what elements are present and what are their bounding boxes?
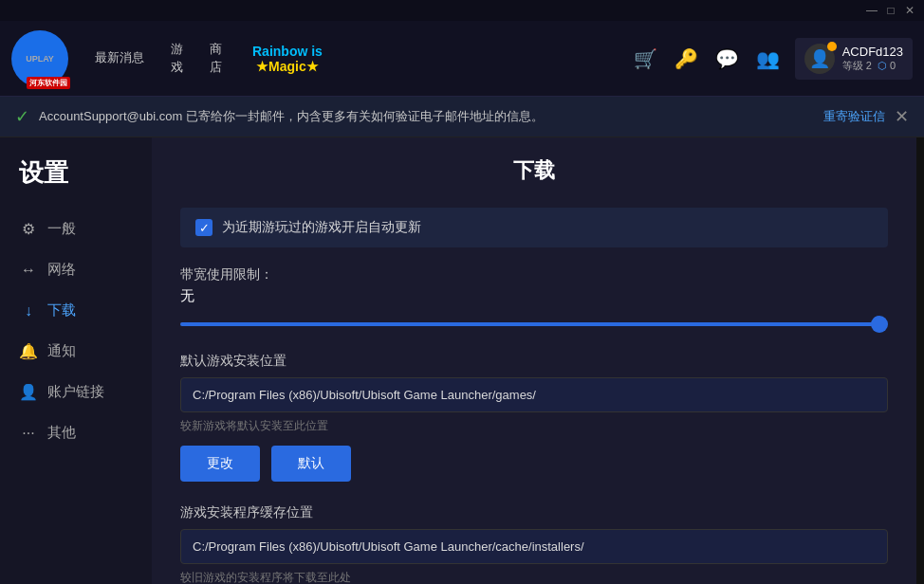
nav-link-store[interactable]: 商店 [198,37,233,79]
account-icon: 👤 [19,383,38,401]
slider-fill [180,322,874,326]
download-icon: ↓ [19,302,38,319]
navbar: UPLAY 河东软件园 最新消息 游戏 商店 Rainbow is ★Magic… [0,21,924,97]
sidebar-item-label-network: 网络 [47,261,76,279]
content-title: 下载 [180,156,888,185]
minimize-button[interactable]: — [865,4,878,17]
key-icon[interactable]: 🔑 [675,47,698,70]
cache-path-input[interactable] [180,529,888,564]
bandwidth-section: 带宽使用限制： 无 [180,266,888,334]
auto-update-checkbox[interactable]: ✓ [195,219,213,236]
network-icon: ↔ [19,262,38,279]
window-controls: — □ ✕ [865,4,916,17]
check-icon: ✓ [15,106,29,127]
checkmark-icon: ✓ [199,221,210,235]
install-path-buttons: 更改 默认 [180,446,888,482]
avatar: 👤 [804,44,835,74]
maximize-button[interactable]: □ [884,4,897,17]
friends-icon[interactable]: 👥 [756,47,780,70]
chat-icon[interactable]: 💬 [715,47,739,70]
sidebar-title: 设置 [0,156,152,209]
bandwidth-slider[interactable] [180,315,888,334]
uplay-logo-text: UPLAY [26,54,54,64]
resend-link[interactable]: 重寄验证信 [823,108,885,125]
sidebar-item-network[interactable]: ↔ 网络 [0,249,152,290]
avatar-badge [827,42,837,51]
cache-path-section: 游戏安装程序缓存位置 较旧游戏的安装程序将下载至此处 更改 默认 删除所有游戏安… [180,504,888,584]
auto-update-row: ✓ 为近期游玩过的游戏开启自动更新 [180,208,888,247]
username: ACDFd123 [842,45,903,59]
close-button[interactable]: ✕ [903,4,916,17]
game-title-line1: Rainbow is [252,44,323,59]
slider-thumb[interactable] [871,316,888,333]
title-bar: — □ ✕ [0,0,924,21]
more-icon: ··· [19,425,38,442]
install-change-button[interactable]: 更改 [180,446,260,482]
sidebar-item-label-download: 下载 [47,301,76,319]
sidebar-item-label-account: 账户链接 [47,383,104,401]
bandwidth-label: 带宽使用限制： [180,266,888,283]
main-container: 设置 ⚙ 一般 ↔ 网络 ↓ 下载 🔔 通知 👤 账户链接 ··· 其他 下载 [0,137,924,584]
install-path-label: 默认游戏安装位置 [180,353,888,370]
user-profile[interactable]: 👤 ACDFd123 等级 2 ⬡ 0 [795,38,913,80]
user-level: 等级 2 ⬡ 0 [842,59,903,73]
sidebar-item-account[interactable]: 👤 账户链接 [0,372,152,412]
nav-link-games[interactable]: 游戏 [159,37,194,79]
content-area: 下载 ✓ 为近期游玩过的游戏开启自动更新 带宽使用限制： 无 默认游戏安装位置 … [152,137,916,584]
cache-path-hint: 较旧游戏的安装程序将下载至此处 [180,570,888,584]
gear-icon: ⚙ [19,220,38,238]
game-title-line2: ★Magic★ [256,59,319,74]
install-path-input[interactable] [180,377,888,412]
sidebar-item-label-other: 其他 [47,424,76,442]
install-default-button[interactable]: 默认 [271,446,351,482]
close-notification-icon[interactable]: ✕ [895,106,909,127]
site-badge: 河东软件园 [27,77,70,89]
user-info: ACDFd123 等级 2 ⬡ 0 [842,45,903,73]
sidebar: 设置 ⚙ 一般 ↔ 网络 ↓ 下载 🔔 通知 👤 账户链接 ··· 其他 [0,137,152,584]
sidebar-item-other[interactable]: ··· 其他 [0,412,152,453]
nav-links: 最新消息 游戏 商店 Rainbow is ★Magic★ [83,37,634,79]
currency: ⬡ 0 [878,60,896,72]
right-strip [916,137,924,584]
slider-track [180,322,888,326]
nav-icons: 🛒 🔑 💬 👥 [634,47,780,70]
sidebar-item-label-notifications: 通知 [47,342,76,360]
avatar-icon: 👤 [809,48,830,69]
auto-update-label: 为近期游玩过的游戏开启自动更新 [222,219,421,236]
bell-icon: 🔔 [19,342,38,360]
install-path-section: 默认游戏安装位置 较新游戏将默认安装至此位置 更改 默认 [180,353,888,482]
uplay-logo[interactable]: UPLAY 河东软件园 [11,30,68,87]
sidebar-item-label-general: 一般 [47,220,76,238]
sidebar-item-notifications[interactable]: 🔔 通知 [0,331,152,372]
bandwidth-value: 无 [180,287,888,305]
notification-text: AccountSupport@ubi.com 已寄给你一封邮件，内含更多有关如何… [39,108,814,125]
install-path-hint: 较新游戏将默认安装至此位置 [180,418,888,434]
cart-icon[interactable]: 🛒 [634,47,657,70]
nav-link-news[interactable]: 最新消息 [83,46,156,70]
sidebar-item-download[interactable]: ↓ 下载 [0,290,152,331]
cache-path-label: 游戏安装程序缓存位置 [180,504,888,521]
notification-bar: ✓ AccountSupport@ubi.com 已寄给你一封邮件，内含更多有关… [0,97,924,137]
game-title[interactable]: Rainbow is ★Magic★ [237,40,338,78]
sidebar-item-general[interactable]: ⚙ 一般 [0,209,152,249]
